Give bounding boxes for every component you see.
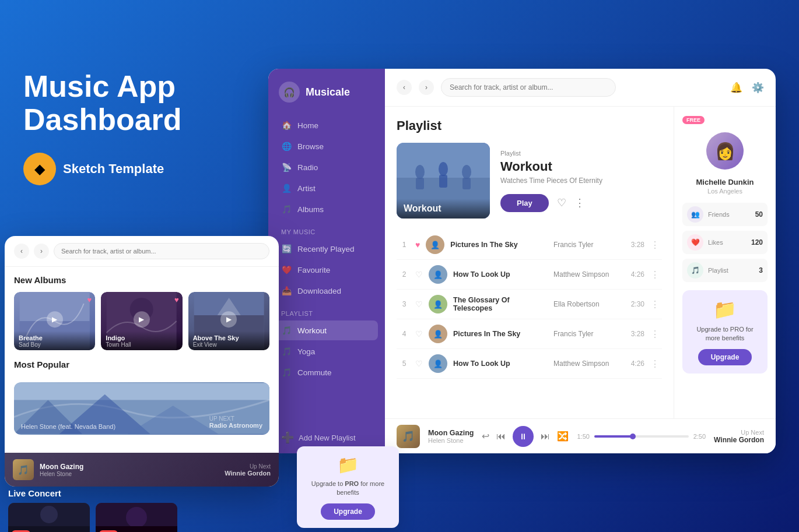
next-button[interactable]: ⏭ [541, 431, 550, 442]
artist-icon: 👤 [281, 184, 292, 193]
track-avatar-4: 👤 [429, 325, 447, 343]
album-heart-indigo[interactable]: ♥ [174, 295, 179, 304]
sidebar-item-radio[interactable]: 📡 Radio [275, 157, 378, 177]
back-button[interactable]: ‹ [397, 80, 412, 95]
downloaded-icon: 📥 [281, 286, 292, 295]
live-card-1[interactable]: LIVE [8, 503, 90, 532]
track-row[interactable]: 4 ♡ 👤 Pictures In The Sky Francis Tyler … [397, 319, 662, 349]
left-now-playing-cover: 🎵 [13, 459, 34, 480]
upgrade-button[interactable]: Upgrade [698, 349, 752, 365]
album-card-breathe[interactable]: ♥ ▶ Breathe Sad Boy [14, 292, 95, 350]
sidebar-item-yoga[interactable]: 🎵 Yoga [275, 341, 378, 361]
sidebar-item-artist[interactable]: 👤 Artist [275, 178, 378, 198]
user-info: Michelle Dunkin Los Angeles [682, 178, 768, 195]
content-area: Playlist [385, 107, 776, 418]
sidebar-item-albums[interactable]: 🎵 Albums [275, 199, 378, 219]
up-next-label: Up Next [714, 429, 764, 436]
search-input[interactable] [441, 78, 616, 97]
left-back-button[interactable]: ‹ [14, 244, 29, 259]
track-like-4[interactable]: ♡ [415, 329, 423, 339]
track-more-1[interactable]: ⋮ [650, 239, 660, 251]
playlist-panel: Playlist [385, 107, 674, 418]
hero-title: Music App Dashboard [23, 70, 182, 136]
upgrade-folder-icon: 📁 [689, 298, 761, 320]
user-avatar: 👩 [706, 132, 744, 170]
rewind-button[interactable]: ↩ [482, 431, 489, 442]
svg-rect-3 [416, 178, 424, 189]
sidebar-item-downloaded[interactable]: 📥 Downloaded [275, 281, 378, 301]
svg-rect-5 [439, 175, 447, 188]
track-more-5[interactable]: ⋮ [650, 358, 660, 369]
track-like-5[interactable]: ♡ [415, 359, 423, 368]
track-like-2[interactable]: ♡ [415, 270, 423, 279]
album-label-indigo: Indigo Town Hall [101, 331, 182, 350]
favourite-icon: ❤️ [281, 265, 292, 274]
progress-bar[interactable] [594, 435, 689, 438]
now-playing-cover: 🎵 [397, 425, 420, 448]
album-heart-breathe[interactable]: ♥ [87, 295, 92, 304]
track-row[interactable]: 5 ♡ 👤 How To Look Up Matthew Simpson 4:2… [397, 349, 662, 379]
like-button[interactable]: ♡ [557, 196, 566, 209]
playlist-cover: Workout [397, 143, 490, 219]
left-search-input[interactable] [54, 243, 269, 259]
album-card-above-sky[interactable]: ▶ Above The Sky Exit View [188, 292, 269, 350]
upgrade-button-bottom[interactable]: Upgrade [321, 503, 375, 520]
sidebar-item-home[interactable]: 🏠 Home [275, 115, 378, 135]
shuffle-button[interactable]: 🔀 [557, 431, 569, 442]
track-more-2[interactable]: ⋮ [650, 269, 660, 280]
most-popular-card[interactable]: Moon Gazing Helen Stone (feat. Nevada Ba… [14, 382, 269, 435]
sketch-badge: ◆ Sketch Template [23, 153, 182, 185]
notification-icon[interactable]: 🔔 [730, 82, 742, 94]
left-forward-button[interactable]: › [34, 244, 49, 259]
settings-icon[interactable]: ⚙️ [752, 82, 764, 94]
album-play-breathe[interactable]: ▶ [47, 311, 63, 327]
main-content: ‹ › 🔔 ⚙️ Playlist [385, 69, 776, 453]
sidebar-item-browse[interactable]: 🌐 Browse [275, 136, 378, 156]
live-concert-title: Live Concert [8, 488, 177, 498]
live-card-2[interactable]: LIVE [96, 503, 177, 532]
upgrade-text-bottom: Upgrade to PRO for more benefits [305, 480, 391, 498]
sidebar-nav: 🏠 Home 🌐 Browse 📡 Radio 👤 Artist 🎵 Album… [268, 115, 385, 220]
track-more-3[interactable]: ⋮ [650, 299, 660, 310]
album-play-indigo[interactable]: ▶ [134, 311, 150, 327]
play-button[interactable]: Play [500, 194, 549, 212]
sidebar-item-workout[interactable]: 🎵 Workout [275, 320, 378, 340]
browse-icon: 🌐 [281, 142, 292, 151]
sidebar-item-recently-played[interactable]: 🔄 Recently Played [275, 239, 378, 259]
track-info-1: Pictures In The Sky [450, 241, 548, 249]
track-avatar-2: 👤 [429, 265, 447, 284]
progress-fill [594, 435, 632, 438]
track-like-3[interactable]: ♡ [415, 300, 423, 309]
home-icon: 🏠 [281, 121, 292, 130]
left-header: ‹ › [5, 236, 279, 267]
forward-button[interactable]: › [419, 80, 434, 95]
track-like-1[interactable]: ♥ [415, 240, 420, 249]
up-next: Up Next Winnie Gordon [714, 429, 764, 444]
track-avatar-3: 👤 [429, 295, 447, 313]
hero-tag: Playlist [500, 150, 602, 157]
album-label-above-sky: Above The Sky Exit View [188, 331, 269, 350]
album-card-indigo[interactable]: ♥ ▶ Indigo Town Hall [101, 292, 182, 350]
svg-point-21 [40, 506, 58, 523]
sidebar-logo: 🎧 Musicale [268, 69, 385, 115]
user-name: Michelle Dunkin [682, 178, 768, 186]
left-dashboard: ‹ › New Albums ♥ ▶ Breathe Sad Boy [5, 236, 279, 487]
track-row[interactable]: 2 ♡ 👤 How To Look Up Matthew Simpson 4:2… [397, 260, 662, 290]
pause-button[interactable]: ⏸ [513, 426, 534, 447]
prev-button[interactable]: ⏮ [496, 431, 506, 442]
track-row[interactable]: 1 ♥ 👤 Pictures In The Sky Francis Tyler … [397, 230, 662, 260]
svg-point-4 [439, 162, 448, 176]
upgrade-box: 📁 Upgrade to PRO for more benefits Upgra… [682, 290, 768, 374]
header: ‹ › 🔔 ⚙️ [385, 69, 776, 107]
playlist-section-title: Playlist [268, 302, 385, 320]
track-row[interactable]: 3 ♡ 👤 The Glossary Of Telescopes Ella Ro… [397, 290, 662, 319]
album-play-above-sky[interactable]: ▶ [220, 311, 237, 327]
track-more-4[interactable]: ⋮ [650, 329, 660, 340]
most-popular-row: Most Popular [14, 360, 269, 376]
likes-icon: ❤️ [687, 234, 703, 251]
sidebar-item-commute[interactable]: 🎵 Commute [275, 362, 378, 382]
now-playing-artist: Helen Stone [428, 437, 474, 444]
more-options-button[interactable]: ⋮ [574, 196, 585, 209]
playlist-page-title: Playlist [397, 118, 662, 133]
sidebar-item-favourite[interactable]: ❤️ Favourite [275, 260, 378, 280]
